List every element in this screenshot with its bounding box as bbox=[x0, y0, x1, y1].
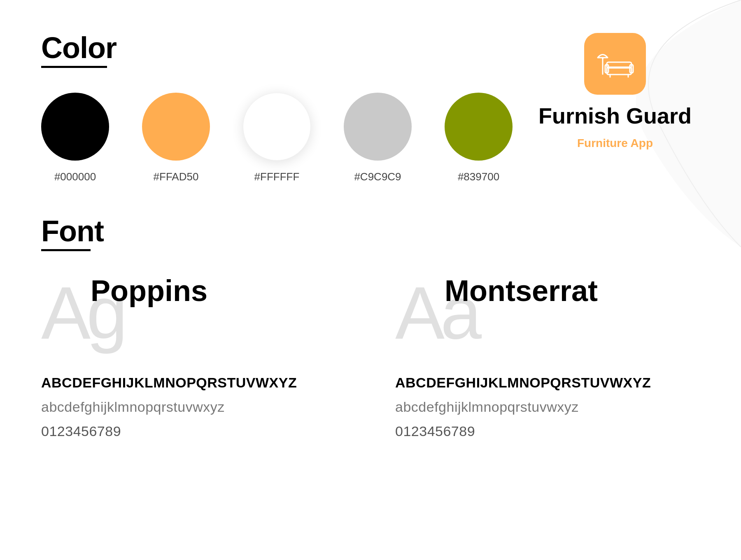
color-swatch-black bbox=[41, 93, 109, 161]
font-uppercase-montserrat: ABCDEFGHIJKLMNOPQRSTUVWXYZ bbox=[395, 375, 700, 391]
font-numbers-poppins: 0123456789 bbox=[41, 423, 346, 439]
color-section-underline bbox=[41, 66, 107, 68]
color-item-orange: #FFAD50 bbox=[142, 93, 210, 183]
color-hex-gray: #C9C9C9 bbox=[354, 170, 401, 183]
font-display-poppins: Ag Poppins bbox=[41, 276, 346, 358]
font-item-poppins: Ag Poppins ABCDEFGHIJKLMNOPQRSTUVWXYZ ab… bbox=[41, 276, 346, 439]
app-subtitle: Furniture App bbox=[577, 137, 653, 150]
font-section: Font Ag Poppins ABCDEFGHIJKLMNOPQRSTUVWX… bbox=[41, 216, 700, 439]
svg-point-1 bbox=[602, 58, 604, 59]
font-section-underline bbox=[41, 249, 91, 251]
color-hex-white: #FFFFFF bbox=[254, 170, 300, 183]
page-wrapper: Furnish Guard Furniture App Color #00000… bbox=[0, 0, 741, 560]
app-icon bbox=[584, 33, 646, 95]
color-item-white: #FFFFFF bbox=[243, 93, 311, 183]
font-name-poppins: Poppins bbox=[91, 274, 207, 307]
color-hex-orange: #FFAD50 bbox=[154, 170, 199, 183]
color-item-olive: #839700 bbox=[445, 93, 513, 183]
font-name-montserrat: Montserrat bbox=[445, 274, 598, 307]
color-hex-olive: #839700 bbox=[458, 170, 499, 183]
color-hex-black: #000000 bbox=[54, 170, 96, 183]
font-lowercase-montserrat: abcdefghijklmnopqrstuvwxyz bbox=[395, 399, 700, 415]
font-display-montserrat: Aa Montserrat bbox=[395, 276, 700, 358]
font-item-montserrat: Aa Montserrat ABCDEFGHIJKLMNOPQRSTUVWXYZ… bbox=[395, 276, 700, 439]
font-section-title: Font bbox=[41, 216, 700, 246]
font-grid: Ag Poppins ABCDEFGHIJKLMNOPQRSTUVWXYZ ab… bbox=[41, 276, 700, 439]
font-lowercase-poppins: abcdefghijklmnopqrstuvwxyz bbox=[41, 399, 346, 415]
color-item-black: #000000 bbox=[41, 93, 109, 183]
app-logo-section: Furnish Guard Furniture App bbox=[538, 33, 692, 150]
color-swatch-white bbox=[243, 93, 311, 161]
font-uppercase-poppins: ABCDEFGHIJKLMNOPQRSTUVWXYZ bbox=[41, 375, 346, 391]
app-name: Furnish Guard bbox=[538, 103, 692, 128]
font-numbers-montserrat: 0123456789 bbox=[395, 423, 700, 439]
color-swatch-olive bbox=[445, 93, 513, 161]
color-item-gray: #C9C9C9 bbox=[344, 93, 412, 183]
color-swatch-gray bbox=[344, 93, 412, 161]
color-swatch-orange bbox=[142, 93, 210, 161]
